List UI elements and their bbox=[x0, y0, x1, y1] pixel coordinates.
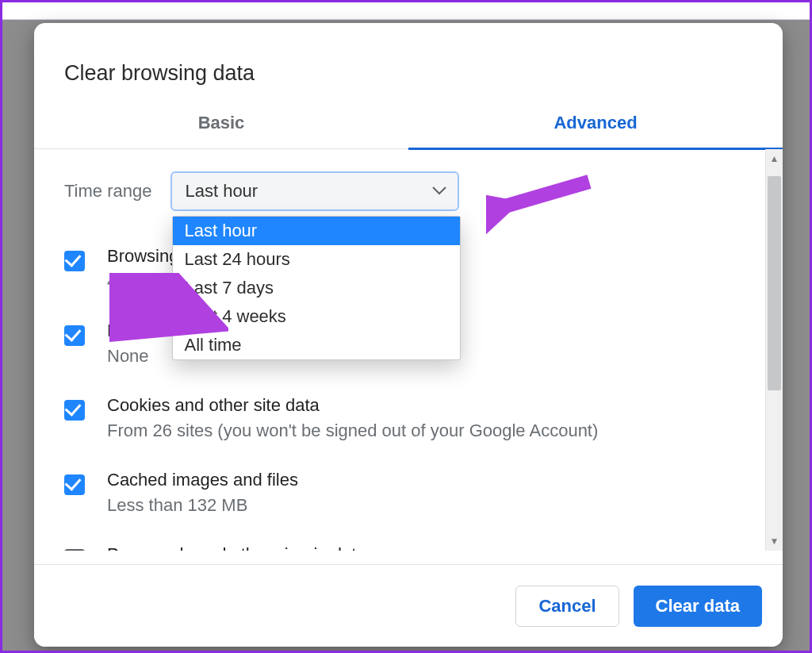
time-range-row: Time range Last hour Last hour Last 24 h… bbox=[64, 171, 760, 211]
cancel-button[interactable]: Cancel bbox=[515, 586, 619, 627]
scroll-down-icon[interactable]: ▼ bbox=[766, 533, 783, 549]
checkbox-download-history[interactable] bbox=[64, 325, 85, 346]
checkbox-cookies[interactable] bbox=[64, 400, 85, 421]
tab-advanced[interactable]: Advanced bbox=[408, 113, 783, 150]
scrollbar-track[interactable]: ▲ ▼ bbox=[765, 149, 783, 551]
item-subtitle: Less than 132 MB bbox=[107, 495, 298, 516]
checkbox-cache[interactable] bbox=[64, 474, 85, 495]
time-range-option[interactable]: Last 7 days bbox=[173, 274, 460, 302]
time-range-option[interactable]: Last 24 hours bbox=[173, 245, 460, 274]
item-title: Passwords and other sign-in data bbox=[107, 544, 366, 551]
scrollbar-thumb[interactable] bbox=[768, 176, 781, 390]
time-range-select[interactable]: Last hour Last hour Last 24 hours Last 7… bbox=[170, 171, 459, 211]
dialog-body: ▲ ▼ Time range Last hour Last hour Last … bbox=[34, 149, 783, 551]
item-title: Cookies and other site data bbox=[107, 395, 598, 416]
clear-data-button[interactable]: Clear data bbox=[634, 586, 762, 627]
time-range-option[interactable]: All time bbox=[173, 331, 460, 359]
checkbox-browsing-history[interactable] bbox=[64, 251, 85, 271]
clear-browsing-data-dialog: Clear browsing data Basic Advanced ▲ ▼ T… bbox=[34, 23, 783, 647]
list-item: Cookies and other site data From 26 site… bbox=[64, 395, 760, 441]
item-title: Cached images and files bbox=[107, 470, 298, 490]
time-range-option[interactable]: Last hour bbox=[173, 217, 460, 245]
checkbox-passwords[interactable] bbox=[64, 549, 85, 551]
time-range-selected-value: Last hour bbox=[185, 181, 258, 202]
chevron-down-icon bbox=[432, 186, 446, 196]
dialog-footer: Cancel Clear data bbox=[34, 564, 783, 647]
item-subtitle: From 26 sites (you won't be signed out o… bbox=[107, 421, 598, 441]
list-item: Cached images and files Less than 132 MB bbox=[64, 470, 760, 516]
scroll-up-icon[interactable]: ▲ bbox=[766, 151, 783, 167]
dialog-title: Clear browsing data bbox=[34, 23, 783, 86]
list-item: Passwords and other sign-in data bbox=[64, 544, 760, 551]
tab-basic[interactable]: Basic bbox=[34, 113, 408, 148]
time-range-label: Time range bbox=[64, 181, 151, 202]
window-top-strip bbox=[2, 2, 810, 20]
tabs: Basic Advanced bbox=[34, 113, 783, 149]
time-range-option[interactable]: Last 4 weeks bbox=[173, 302, 460, 331]
time-range-dropdown: Last hour Last 24 hours Last 7 days Last… bbox=[172, 216, 461, 360]
